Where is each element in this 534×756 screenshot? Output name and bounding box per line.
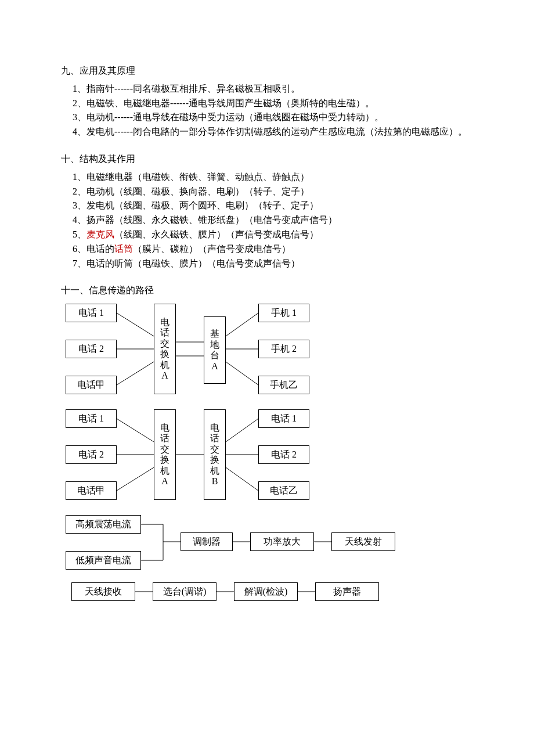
svg-line-12 [226, 419, 258, 442]
dg2-right-3: 电话乙 [258, 481, 309, 500]
svg-line-2 [117, 362, 154, 385]
svg-line-14 [226, 467, 258, 491]
svg-line-0 [117, 313, 154, 336]
svg-line-8 [117, 419, 154, 442]
svg-line-10 [117, 467, 154, 491]
section-10-item-7: 7、电话的听筒（电磁铁、膜片）（电信号变成声信号） [73, 257, 476, 271]
dg2-exchange-a: 电话交换机A [154, 409, 176, 500]
dg1-right-1: 手机 1 [258, 304, 309, 322]
dg4-speaker: 扬声器 [315, 582, 379, 601]
section-9-item-1: 1、指南针------同名磁极互相排斥、异名磁极互相吸引。 [73, 82, 476, 96]
dg1-left-1: 电话 1 [66, 304, 117, 322]
svg-line-7 [226, 362, 258, 385]
dg2-left-3: 电话甲 [66, 481, 117, 500]
section-10-title: 十、结构及其作用 [61, 152, 476, 167]
dg2-exchange-b: 电话交换机B [204, 409, 226, 500]
section-10-item-2: 2、电动机（线圈、磁极、换向器、电刷）（转子、定子） [73, 185, 476, 199]
dg2-left-2: 电话 2 [66, 445, 117, 464]
section-9-title: 九、应用及其原理 [61, 64, 476, 78]
dg2-left-1: 电话 1 [66, 409, 117, 428]
highlight-mic: 麦克风 [86, 229, 114, 239]
diagram-phone-to-mobile: 电话 1 电话 2 电话甲 电话交换机A 基地台A 手机 1 手机 2 手机乙 [61, 301, 432, 399]
dg1-left-2: 电话 2 [66, 340, 117, 358]
highlight-mouthpiece: 话筒 [114, 244, 133, 254]
dg4-tuner: 选台(调谐) [153, 582, 217, 601]
dg1-left-3: 电话甲 [66, 376, 117, 394]
dg3-antenna-tx: 天线发射 [331, 532, 395, 551]
diagram-receive-chain: 天线接收 选台(调谐) 解调(检波) 扬声器 [61, 579, 432, 606]
dg1-exchange-a: 电话交换机A [154, 304, 176, 394]
section-10-item-4: 4、扬声器（线圈、永久磁铁、锥形纸盘）（电信号变成声信号） [73, 213, 476, 228]
diagram-transmit-chain: 高频震荡电流 低频声音电流 调制器 功率放大 天线发射 [61, 513, 432, 571]
dg3-modulator: 调制器 [181, 532, 233, 551]
diagram-phone-to-phone: 电话 1 电话 2 电话甲 电话交换机A 电话交换机B 电话 1 电话 2 电话… [61, 407, 432, 505]
dg1-right-2: 手机 2 [258, 340, 309, 358]
section-10-item-5: 5、麦克风（线圈、永久磁铁、膜片）（声信号变成电信号） [73, 228, 476, 242]
dg2-right-1: 电话 1 [258, 409, 309, 428]
dg3-amplifier: 功率放大 [250, 532, 314, 551]
dg3-lf-current: 低频声音电流 [66, 551, 141, 570]
dg4-antenna-rx: 天线接收 [71, 582, 135, 601]
dg1-base-a: 基地台A [204, 316, 226, 384]
section-11-title: 十一、信息传递的路径 [61, 283, 476, 298]
dg3-hf-current: 高频震荡电流 [66, 515, 141, 534]
dg1-right-3: 手机乙 [258, 376, 309, 394]
section-10-item-6: 6、电话的话筒（膜片、碳粒）（声信号变成电信号） [73, 242, 476, 257]
section-9-item-4: 4、发电机------闭合电路的一部分导体作切割磁感线的运动产生感应电流（法拉第… [73, 125, 476, 139]
section-9-item-3: 3、电动机------通电导线在磁场中受力运动（通电线圈在磁场中受力转动）。 [73, 110, 476, 125]
section-10-item-3: 3、发电机（线圈、磁极、两个圆环、电刷）（转子、定子） [73, 199, 476, 213]
section-9-item-2: 2、电磁铁、电磁继电器------通电导线周围产生磁场（奥斯特的电生磁）。 [73, 96, 476, 111]
dg4-demod: 解调(检波) [234, 582, 298, 601]
svg-line-5 [226, 313, 258, 336]
section-10-item-1: 1、电磁继电器（电磁铁、衔铁、弹簧、动触点、静触点） [73, 170, 476, 185]
dg2-right-2: 电话 2 [258, 445, 309, 464]
